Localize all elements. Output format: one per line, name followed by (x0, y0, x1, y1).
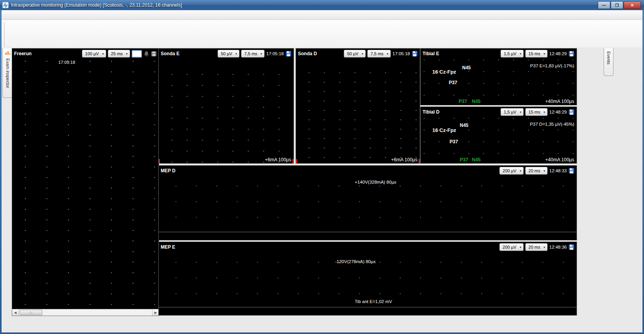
capture-time: 12:48:29 (549, 51, 567, 56)
scroll-thumb[interactable]: ⁞⁞⁞ (20, 310, 42, 315)
scale-dropdown[interactable]: 1,5 µV▼ (501, 108, 524, 116)
chevron-down-icon: ▼ (125, 52, 128, 55)
horizontal-scrollbar[interactable]: ◀ ⁞⁞⁞ ▶ (12, 309, 159, 316)
chevron-down-icon: ▼ (235, 52, 238, 55)
panel-title: Freerun (14, 51, 32, 56)
measurement-label: P37 D=1,35 µV(-45%) (530, 122, 574, 126)
sweep-dropdown[interactable]: 25 ms▼ (108, 50, 130, 58)
chevron-down-icon: ▼ (386, 52, 389, 55)
app-icon (2, 2, 9, 8)
tab-events[interactable]: Events (604, 48, 613, 76)
scroll-right-arrow[interactable]: ▶ (152, 309, 159, 316)
scroll-left-arrow[interactable]: ◀ (12, 309, 19, 316)
chevron-down-icon: ▼ (260, 52, 263, 55)
stim-annotation: -120V(278mA) 80µs (335, 259, 376, 264)
sweep-dropdown[interactable]: 7,5 ms▼ (241, 50, 265, 58)
p37-marker-label: P37 (449, 80, 457, 85)
toolbar-grip (4, 22, 7, 47)
window-content: Exam inspector Events Freerun 100 µV▼ 25… (2, 10, 642, 332)
save-icon[interactable] (568, 244, 575, 250)
menu-bar (2, 10, 642, 20)
panel-title: MEP E (161, 244, 175, 250)
p37-cursor-label: P37 (460, 157, 468, 162)
measurement-label: Tib ant E=1,02 mV (355, 299, 392, 304)
panel-title: Sonda E (161, 51, 180, 56)
stim-intensity-label: +6mA 100µs (391, 157, 417, 162)
n45-cursor-label: N45 (472, 99, 481, 104)
save-icon-disabled[interactable] (151, 51, 157, 57)
measurement-label: P37 E=1,83 µV(-17%) (530, 63, 574, 68)
save-icon[interactable] (568, 109, 575, 115)
scale-dropdown[interactable]: 1,5 µV▼ (501, 50, 524, 58)
panel-title: MEP D (161, 168, 176, 173)
save-icon[interactable] (285, 51, 292, 57)
p37-cursor-label: P37 (459, 99, 467, 104)
capture-time: 12:48:33 (549, 168, 567, 173)
sweep-dropdown[interactable]: 20 ms▼ (525, 243, 548, 251)
tab-label: Events (606, 51, 611, 65)
n45-marker-label: N45 (460, 123, 468, 128)
sweep-dropdown[interactable]: 15 ms▼ (525, 50, 548, 58)
tibial-d-panel: Tibial D 1,5 µV▼ 15 ms▼ 12:48:29 16 Cz-F… (420, 107, 577, 164)
alarm-bell-icon[interactable] (143, 51, 149, 57)
save-icon[interactable] (568, 51, 575, 57)
tab-label: Exam inspector (5, 58, 10, 88)
stim-intensity-label: +40mA 100µs (545, 99, 574, 104)
capture-time: 17:05:18 (392, 51, 410, 56)
electrode-label: 16 Cz-Fpz (432, 127, 456, 133)
stim-annotation: +140V(328mA) 80µs (355, 180, 396, 184)
minimize-button[interactable]: — (598, 1, 610, 9)
chevron-down-icon: ▼ (543, 52, 546, 55)
display-box-icon[interactable] (132, 50, 142, 58)
chevron-down-icon: ▼ (519, 246, 522, 249)
chevron-down-icon: ▼ (519, 52, 522, 55)
capture-time: 17:05:18 (266, 51, 284, 56)
chevron-down-icon: ▼ (102, 52, 104, 55)
scale-dropdown[interactable]: 200 µV▼ (499, 167, 524, 175)
capture-time: 12:48:29 (549, 110, 567, 114)
mep-e-panel: MEP E 200 µV▼ 20 ms▼ 12:48:36 -120V(278m… (158, 242, 577, 316)
chevron-down-icon: ▼ (543, 170, 546, 172)
scale-dropdown[interactable]: 50 µV▼ (218, 50, 239, 58)
n45-cursor-label: N45 (472, 157, 481, 162)
sweep-dropdown[interactable]: 15 ms▼ (525, 108, 548, 116)
close-button[interactable]: ✕ (624, 1, 641, 9)
sonda-e-panel: Sonda E 50 µV▼ 7,5 ms▼ 17:05:18 +6mA 100… (158, 48, 294, 164)
app-window: Intraoperative monitoring (Emulation mod… (0, 0, 644, 334)
scale-dropdown[interactable]: 50 µV▼ (344, 50, 366, 58)
freerun-panel: Freerun 100 µV▼ 25 ms▼ 17:05:18 ◀ (12, 48, 159, 316)
panel-title: Sonda D (298, 51, 317, 56)
exam-inspector-icon (5, 50, 11, 57)
main-area: Exam inspector Events Freerun 100 µV▼ 25… (2, 47, 642, 332)
toolbar (2, 20, 642, 49)
n45-marker-label: N45 (462, 65, 471, 70)
capture-time: 12:48:36 (549, 245, 567, 249)
save-icon[interactable] (568, 168, 575, 174)
maximize-button[interactable]: ❐ (611, 1, 623, 9)
sonda-d-panel: Sonda D 50 µV▼ 7,5 ms▼ 17:05:18 +6mA 100… (296, 48, 420, 164)
tibial-e-panel: Tibial E 1,5 µV▼ 15 ms▼ 12:48:29 16 Cz-F… (420, 48, 577, 105)
chevron-down-icon: ▼ (361, 52, 364, 55)
chevron-down-icon: ▼ (543, 111, 546, 114)
panel-title: Tibial E (423, 51, 439, 56)
chevron-down-icon: ▼ (519, 111, 522, 114)
window-title: Intraoperative monitoring (Emulation mod… (11, 2, 598, 8)
panel-title: Tibial D (423, 109, 439, 115)
save-icon[interactable] (412, 51, 418, 57)
electrode-label: 16 Cz-Fpz (432, 69, 456, 75)
stim-intensity-label: +40mA 100µs (545, 157, 574, 162)
chevron-down-icon: ▼ (543, 246, 546, 249)
p37-marker-label: P37 (450, 139, 458, 144)
titlebar[interactable]: Intraoperative monitoring (Emulation mod… (0, 0, 644, 10)
scale-dropdown[interactable]: 100 µV▼ (82, 50, 106, 58)
sweep-dropdown[interactable]: 20 ms▼ (525, 167, 548, 175)
mep-d-panel: MEP D 200 µV▼ 20 ms▼ 12:48:33 +140V(328m… (158, 165, 577, 240)
chevron-down-icon: ▼ (519, 170, 522, 172)
scale-dropdown[interactable]: 200 µV▼ (499, 243, 524, 251)
stim-intensity-label: +6mA 100µs (265, 157, 291, 162)
sweep-dropdown[interactable]: 7,5 ms▼ (367, 50, 391, 58)
